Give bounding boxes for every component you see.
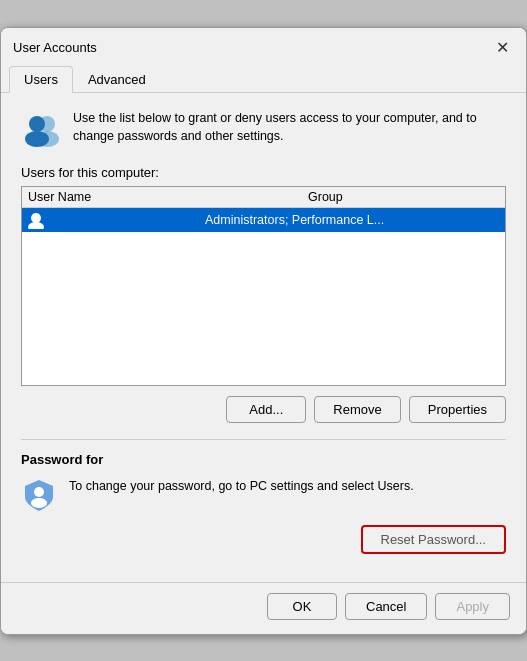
password-section-title: Password for: [21, 452, 506, 467]
add-button[interactable]: Add...: [226, 396, 306, 423]
table-row[interactable]: Administrators; Performance L...: [22, 208, 505, 232]
users-icon: [21, 109, 61, 149]
users-section-label: Users for this computer:: [21, 165, 506, 180]
tab-bar: Users Advanced: [1, 62, 526, 93]
password-info: To change your password, go to PC settin…: [21, 477, 506, 513]
user-accounts-dialog: User Accounts ✕ Users Advanced: [0, 27, 527, 635]
remove-button[interactable]: Remove: [314, 396, 400, 423]
reset-password-button[interactable]: Reset Password...: [361, 525, 507, 554]
column-username: User Name: [28, 190, 208, 204]
table-header: User Name Group: [22, 187, 505, 208]
svg-point-6: [34, 487, 44, 497]
column-group: Group: [308, 190, 343, 204]
svg-point-2: [29, 116, 45, 132]
ok-button[interactable]: OK: [267, 593, 337, 620]
section-divider: [21, 439, 506, 440]
shield-user-icon: [21, 477, 57, 513]
svg-point-5: [28, 222, 44, 229]
user-table: User Name Group Administrators; Performa…: [21, 186, 506, 386]
info-section: Use the list below to grant or deny user…: [21, 109, 506, 149]
row-user-icon: [26, 210, 46, 230]
row-group: Administrators; Performance L...: [205, 213, 501, 227]
svg-point-4: [31, 213, 41, 223]
reset-btn-container: Reset Password...: [21, 525, 506, 554]
apply-button[interactable]: Apply: [435, 593, 510, 620]
dialog-title: User Accounts: [13, 40, 97, 55]
title-bar: User Accounts ✕: [1, 28, 526, 60]
close-button[interactable]: ✕: [490, 36, 514, 60]
properties-button[interactable]: Properties: [409, 396, 506, 423]
bottom-bar: OK Cancel Apply: [1, 582, 526, 634]
password-description: To change your password, go to PC settin…: [69, 477, 506, 496]
svg-point-3: [25, 131, 49, 147]
tab-users[interactable]: Users: [9, 66, 73, 93]
tab-content: Use the list below to grant or deny user…: [1, 93, 526, 582]
info-description: Use the list below to grant or deny user…: [73, 109, 506, 147]
svg-point-7: [31, 498, 47, 508]
password-section: Password for To change your password, go…: [21, 452, 506, 554]
tab-advanced[interactable]: Advanced: [73, 66, 161, 92]
action-buttons: Add... Remove Properties: [21, 396, 506, 423]
title-bar-controls: ✕: [490, 36, 514, 60]
cancel-button[interactable]: Cancel: [345, 593, 427, 620]
